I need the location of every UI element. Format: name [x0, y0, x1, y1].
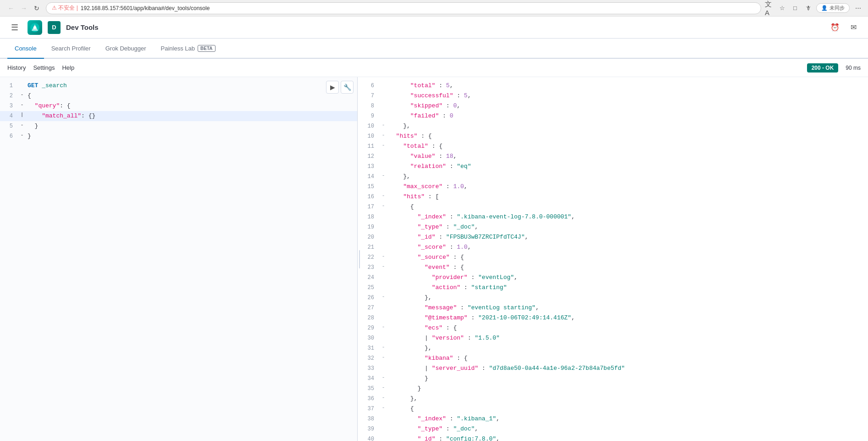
tab-grok-debugger[interactable]: Grok Debugger	[98, 39, 154, 59]
resp-line-19: 19 "_type" : "_doc",	[361, 222, 868, 232]
back-button[interactable]: ←	[6, 3, 17, 14]
browser-chrome: ← → ↻ ⚠ 不安全 | 192.168.85.157:5601/app/ki…	[0, 0, 868, 17]
tab-painless-lab[interactable]: Painless Lab BETA	[154, 39, 223, 59]
resp-line-18: 18 "_index" : ".kibana-event-log-7.8.0-0…	[361, 212, 868, 222]
kibana-logo-inner	[28, 21, 41, 34]
mail-icon-button[interactable]: ✉	[846, 20, 861, 35]
resp-line-34: 34 - }	[361, 374, 868, 384]
run-button[interactable]: ▶	[326, 81, 339, 94]
sync-button[interactable]: 👤 未同步	[816, 3, 850, 13]
resp-line-38: 38 "_index" : ".kibana_1",	[361, 414, 868, 424]
app-title: Dev Tools	[66, 23, 99, 31]
app-header: ☰ D Dev Tools ⏰ ✉	[0, 17, 868, 39]
resp-line-10a: 10 - },	[361, 121, 868, 131]
resp-line-24: 24 "provider" : "eventLog",	[361, 273, 868, 283]
browser-nav-buttons: ← → ↻	[6, 3, 42, 14]
resp-line-33: 33 | "server_uuid" : "d7d8ae50-0a44-4a1e…	[361, 363, 868, 374]
editor-line-5: 5 - }	[0, 121, 357, 131]
line-gutter-3[interactable]: -	[18, 101, 26, 109]
editor-line-1: 1 GET _search	[0, 81, 357, 91]
resp-line-7: 7 "successful" : 5,	[361, 91, 868, 101]
reload-button[interactable]: ↻	[31, 3, 42, 14]
line-content-2: {	[26, 91, 357, 101]
resp-line-22: 22 - "_source" : {	[361, 252, 868, 262]
line-content-3: "query": {	[26, 101, 357, 111]
resizer-line	[359, 250, 360, 268]
settings-button[interactable]: Settings	[33, 62, 55, 73]
resp-line-28: 28 "@timestamp" : "2021-10-06T02:49:14.4…	[361, 313, 868, 323]
history-button[interactable]: History	[7, 62, 26, 73]
resp-line-15: 15 "max_score" : 1.0,	[361, 182, 868, 192]
main-content: 1 GET _search 2 - { 3 - "query": { 4 | "…	[0, 77, 868, 441]
time-badge: 90 ms	[846, 65, 861, 71]
resp-line-36: 36 - },	[361, 394, 868, 404]
url-text: 192.168.85.157:5601/app/kibana#/dev_tool…	[81, 5, 210, 11]
editor-line-4: 4 | "match_all": {}	[0, 111, 357, 121]
resp-line-23: 23 - "event" : {	[361, 262, 868, 273]
resp-line-31: 31 - },	[361, 343, 868, 353]
resp-line-26: 26 - },	[361, 293, 868, 303]
resp-line-27: 27 "message" : "eventLog starting",	[361, 303, 868, 313]
line-gutter-5[interactable]: -	[18, 121, 26, 129]
tab-search-profiler[interactable]: Search Profiler	[44, 39, 98, 59]
resp-line-25: 25 "action" : "starting"	[361, 283, 868, 293]
resp-line-35: 35 - }	[361, 384, 868, 394]
resp-line-40: 40 "_id" : "config:7.8.0",	[361, 434, 868, 441]
resp-line-8: 8 "skipped" : 0,	[361, 101, 868, 111]
editor-line-6: 6 - }	[0, 131, 357, 141]
resp-line-39: 39 "_type" : "_doc",	[361, 424, 868, 434]
line-num-2: 2	[0, 91, 18, 101]
translate-icon[interactable]: 文A	[765, 4, 774, 13]
tab-console[interactable]: Console	[7, 39, 44, 59]
code-editor[interactable]: 1 GET _search 2 - { 3 - "query": { 4 | "…	[0, 77, 357, 441]
resp-line-9: 9 "failed" : 0	[361, 111, 868, 121]
pane-resizer[interactable]	[358, 77, 361, 441]
app-avatar: D	[48, 21, 61, 34]
beta-badge: BETA	[198, 45, 215, 52]
editor-pane: 1 GET _search 2 - { 3 - "query": { 4 | "…	[0, 77, 358, 441]
header-right: ⏰ ✉	[828, 20, 861, 35]
line-num-6: 6	[0, 131, 18, 141]
resp-line-14: 14 - },	[361, 172, 868, 182]
resp-line-17: 17 - {	[361, 202, 868, 212]
resp-line-6: 6 "total" : 5,	[361, 81, 868, 91]
svg-point-1	[33, 26, 36, 29]
resp-line-12: 12 "value" : 18,	[361, 151, 868, 162]
resp-line-37: 37 - {	[361, 404, 868, 414]
editor-actions: ▶ 🔧	[326, 81, 354, 94]
line-num-1: 1	[0, 81, 18, 91]
resp-line-29: 29 - "ecs" : {	[361, 323, 868, 333]
browser-right-icons: 文A ☆ □ 🗡 👤 未同步 ⋯	[765, 3, 862, 13]
collections-icon[interactable]: □	[791, 4, 800, 13]
forward-button[interactable]: →	[18, 3, 29, 14]
hamburger-button[interactable]: ☰	[7, 20, 22, 35]
resp-line-30: 30 | "version" : "1.5.0"	[361, 333, 868, 343]
address-bar[interactable]: ⚠ 不安全 | 192.168.85.157:5601/app/kibana#/…	[46, 2, 761, 14]
line-num-3: 3	[0, 101, 18, 111]
resp-line-21: 21 "_score" : 1.0,	[361, 242, 868, 252]
response-pane: 6 "total" : 5, 7 "successful" : 5, 8 "sk…	[361, 77, 868, 441]
line-content-5: }	[26, 121, 357, 131]
favorites-icon[interactable]: ☆	[778, 4, 787, 13]
help-button[interactable]: Help	[62, 62, 74, 73]
resp-line-16: 16 - "hits" : [	[361, 192, 868, 202]
sync-icon: 👤	[821, 5, 828, 11]
resp-line-11: 11 - "total" : {	[361, 141, 868, 151]
line-num-4: 4	[0, 111, 18, 121]
kibana-logo	[28, 20, 42, 35]
resp-line-13: 13 "relation" : "eq"	[361, 162, 868, 172]
line-content-1: GET _search	[26, 81, 357, 91]
more-button[interactable]: ⋯	[853, 4, 862, 13]
clock-icon-button[interactable]: ⏰	[828, 20, 842, 35]
tabs-bar: Console Search Profiler Grok Debugger Pa…	[0, 39, 868, 59]
kibana-logo-svg	[30, 22, 40, 33]
extensions-icon[interactable]: 🗡	[803, 4, 813, 13]
line-content-6: }	[26, 131, 357, 141]
resp-line-20: 20 "_id" : "FPSBU3wB7ZRCIPfdTC4J",	[361, 232, 868, 242]
line-gutter-6[interactable]: -	[18, 131, 26, 140]
status-badge: 200 - OK	[807, 63, 839, 73]
response-code: 6 "total" : 5, 7 "successful" : 5, 8 "sk…	[361, 77, 868, 441]
wrench-button[interactable]: 🔧	[341, 81, 354, 94]
line-gutter-2[interactable]: -	[18, 91, 26, 99]
line-gutter-4[interactable]: |	[18, 111, 26, 119]
